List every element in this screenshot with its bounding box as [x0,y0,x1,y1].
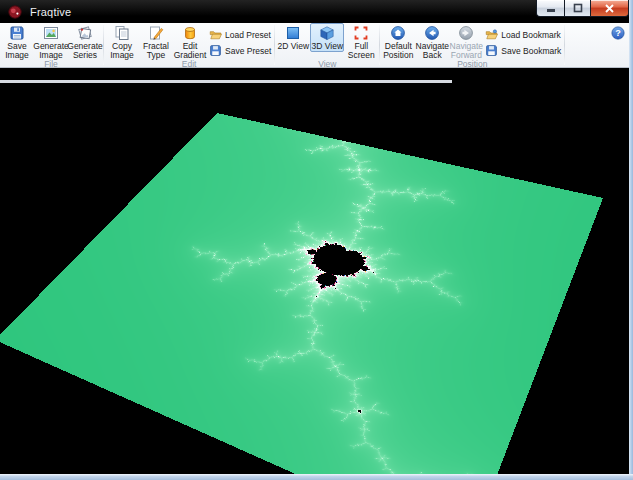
titlebar: Fraqtive [0,0,633,23]
generate-series-icon [77,25,93,41]
load-preset-button[interactable]: Load Preset [209,27,271,42]
navigate-forward-button[interactable]: NavigateForward [449,23,483,60]
toolbar-separator [379,25,380,65]
minimize-button[interactable] [536,0,564,17]
navigate-back-button[interactable]: NavigateBack [415,23,449,60]
minimize-icon [546,4,556,13]
full-screen-icon [353,25,369,41]
fraqtive-app-icon [7,4,23,20]
navigate-forward-icon [458,25,474,41]
toolbar-separator [274,25,275,65]
generate-image-button[interactable]: GenerateImage [34,23,68,60]
bookmark-buttons: Load Bookmark Save Bookmark [483,23,563,59]
toolbar-separator [103,25,104,65]
save-preset-button[interactable]: Save Preset [209,43,271,58]
close-icon [604,3,615,14]
toolbar-group-edit: CopyImage FractalType [105,23,273,67]
save-image-button[interactable]: SaveImage [0,23,34,60]
load-bookmark-icon [485,28,498,41]
3d-view-button[interactable]: 3D View [310,23,344,52]
toolbar-separator [564,25,565,65]
toolbar-group-position: DefaultPosition NavigateBack [381,23,563,67]
default-position-button[interactable]: DefaultPosition [381,23,415,60]
default-position-icon [390,25,406,41]
svg-text:?: ? [615,28,621,38]
window-border-right [629,0,633,480]
toolbar-group-file: SaveImage GenerateImage [0,23,102,67]
preset-buttons: Load Preset Save Preset [207,23,273,59]
load-bookmark-button[interactable]: Load Bookmark [485,27,561,42]
toolbar: SaveImage GenerateImage [0,23,633,68]
full-screen-button[interactable]: FullScreen [344,23,378,60]
save-preset-icon [209,44,222,57]
help-icon: ? [611,26,625,40]
dock-splitter-edge[interactable] [0,80,452,83]
edit-gradient-icon [182,25,198,41]
copy-image-icon [114,25,130,41]
window-border-bottom [0,474,633,480]
window-controls [536,0,629,17]
save-image-icon [9,25,25,41]
generate-image-icon [43,25,59,41]
app-window: Fraqtive [0,0,633,480]
2d-view-icon [285,25,301,41]
fractal-type-button[interactable]: FractalType [139,23,173,60]
fractal-viewport [0,68,629,474]
edit-gradient-button[interactable]: EditGradient [173,23,207,60]
toolbar-group-view: 2D View 3D View FullScreen [276,23,378,67]
maximize-button[interactable] [564,0,591,17]
save-bookmark-icon [485,44,498,57]
fractal-canvas[interactable] [0,68,629,474]
save-bookmark-button[interactable]: Save Bookmark [485,43,561,58]
copy-image-button[interactable]: CopyImage [105,23,139,60]
window-title: Fraqtive [30,6,71,18]
maximize-icon [573,3,583,13]
navigate-back-icon [424,25,440,41]
3d-view-icon [319,25,335,41]
fractal-type-icon [148,25,164,41]
load-preset-icon [209,28,222,41]
2d-view-button[interactable]: 2D View [276,23,310,51]
close-button[interactable] [591,0,629,17]
generate-series-button[interactable]: GenerateSeries [68,23,102,60]
